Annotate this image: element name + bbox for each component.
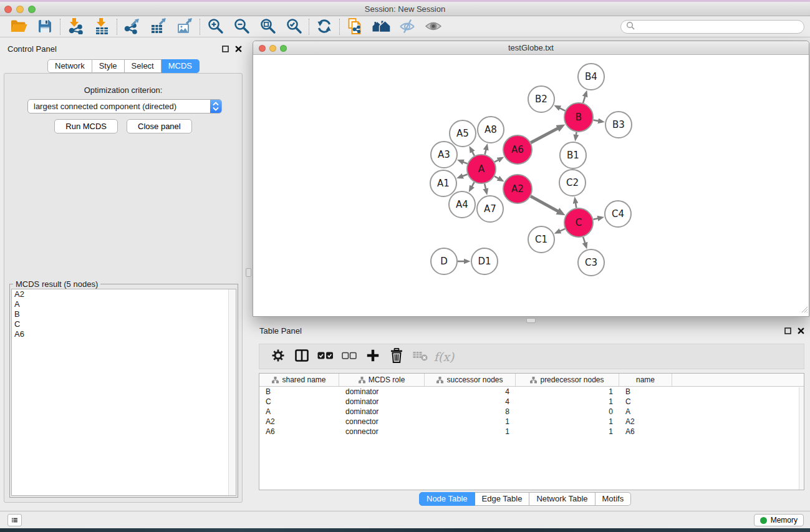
result-list-scrollbar[interactable] bbox=[228, 289, 236, 495]
zoom-out-button[interactable] bbox=[228, 17, 254, 36]
tab-style[interactable]: Style bbox=[92, 59, 125, 73]
graph-node-A4[interactable]: A4 bbox=[449, 191, 475, 218]
memory-label: Memory bbox=[771, 516, 798, 525]
graph-node-A8[interactable]: A8 bbox=[478, 117, 504, 143]
tab-node-table[interactable]: Node Table bbox=[419, 492, 475, 506]
graph-node-B2[interactable]: B2 bbox=[528, 86, 554, 112]
search-input[interactable] bbox=[638, 22, 799, 32]
export-network-button[interactable] bbox=[119, 17, 145, 36]
graph-node-D1[interactable]: D1 bbox=[471, 248, 498, 274]
svg-text:A4: A4 bbox=[456, 199, 468, 210]
result-list-item[interactable]: A6 bbox=[12, 329, 236, 339]
delete-table-button[interactable] bbox=[408, 347, 432, 367]
column-header-predecessor-nodes[interactable]: predecessor nodes bbox=[516, 374, 619, 386]
refresh-button[interactable] bbox=[311, 17, 337, 36]
run-mcds-button[interactable]: Run MCDS bbox=[54, 119, 118, 133]
graph-node-C[interactable]: C bbox=[564, 208, 593, 237]
graph-node-B4[interactable]: B4 bbox=[578, 64, 604, 90]
hide-eye-button[interactable] bbox=[394, 17, 420, 36]
deselect-all-button[interactable] bbox=[337, 347, 361, 367]
export-table-button[interactable] bbox=[145, 17, 171, 36]
main-titlebar[interactable]: Session: New Session bbox=[0, 2, 810, 16]
tab-motifs[interactable]: Motifs bbox=[595, 492, 632, 506]
zoom-selected-button[interactable] bbox=[281, 17, 307, 36]
network-canvas[interactable]: B4B2BB3A8A5A6A3B1AC2A1A2A4A7C4CC1C3DD1 bbox=[253, 56, 809, 316]
edge-B-B1 bbox=[576, 132, 577, 136]
svg-text:B4: B4 bbox=[585, 71, 597, 82]
select-all-button[interactable] bbox=[314, 347, 337, 367]
column-header-MCDS-role[interactable]: MCDS role bbox=[339, 374, 425, 386]
edge-A-A8 bbox=[485, 149, 486, 155]
toolbar-separator bbox=[60, 19, 60, 35]
column-header-name[interactable]: name bbox=[619, 374, 672, 386]
svg-text:C4: C4 bbox=[612, 208, 624, 220]
save-session-icon bbox=[37, 19, 52, 36]
function-builder-button[interactable]: f(x) bbox=[432, 347, 456, 367]
graph-node-D[interactable]: D bbox=[431, 248, 457, 274]
graph-node-C1[interactable]: C1 bbox=[528, 226, 554, 253]
close-panel-action-button[interactable]: Close panel bbox=[127, 119, 192, 133]
node-table[interactable]: shared nameMCDS rolesuccessor nodesprede… bbox=[259, 373, 804, 490]
horizontal-splitter-handle[interactable] bbox=[526, 318, 536, 323]
tab-mcds[interactable]: MCDS bbox=[162, 59, 200, 73]
show-eye-button[interactable] bbox=[420, 17, 446, 36]
tab-edge-table[interactable]: Edge Table bbox=[475, 492, 530, 506]
zoom-in-button[interactable] bbox=[202, 17, 228, 36]
result-list-item[interactable]: A bbox=[12, 299, 236, 309]
graph-node-C4[interactable]: C4 bbox=[605, 201, 631, 227]
result-list-item[interactable]: C bbox=[12, 319, 236, 329]
graph-node-B[interactable]: B bbox=[564, 103, 593, 132]
close-panel-button[interactable] bbox=[234, 45, 242, 52]
result-list-item[interactable]: B bbox=[12, 309, 236, 319]
mcds-result-list[interactable]: A2ABCA6 bbox=[11, 289, 236, 496]
import-network-button[interactable] bbox=[62, 17, 89, 36]
resize-grip[interactable] bbox=[800, 304, 808, 316]
graph-node-A5[interactable]: A5 bbox=[450, 120, 476, 147]
result-list-item[interactable]: A2 bbox=[12, 289, 236, 299]
network-window-titlebar[interactable]: testGlobe.txt bbox=[253, 41, 809, 55]
export-image-button[interactable] bbox=[171, 17, 198, 36]
graph-node-A6[interactable]: A6 bbox=[503, 135, 532, 164]
zoom-fit-button[interactable] bbox=[254, 17, 281, 36]
graph-node-C3[interactable]: C3 bbox=[578, 249, 604, 276]
column-header-shared-name[interactable]: shared name bbox=[259, 374, 339, 386]
graph-node-A7[interactable]: A7 bbox=[477, 196, 503, 222]
graph-node-A1[interactable]: A1 bbox=[430, 170, 456, 196]
graph-node-B3[interactable]: B3 bbox=[605, 112, 632, 138]
columns-button[interactable] bbox=[290, 347, 314, 367]
homes-button[interactable] bbox=[368, 17, 394, 36]
network-view-window[interactable]: testGlobe.txt B4B2BB3A8A5A6A3B1AC2A1A2A4… bbox=[253, 41, 809, 317]
open-session-button[interactable] bbox=[6, 17, 32, 36]
search-box[interactable] bbox=[620, 20, 804, 34]
add-column-button[interactable] bbox=[361, 347, 385, 367]
optimization-select[interactable]: largest connected component (directed) bbox=[27, 99, 222, 114]
graph-node-A3[interactable]: A3 bbox=[431, 142, 457, 168]
table-row[interactable]: A6connector11A6 bbox=[259, 427, 804, 437]
svg-text:A5: A5 bbox=[456, 128, 469, 139]
graph-node-B1[interactable]: B1 bbox=[560, 142, 586, 168]
settings-button[interactable] bbox=[266, 347, 290, 367]
table-float-panel-button[interactable] bbox=[784, 327, 791, 334]
task-history-button[interactable] bbox=[7, 514, 22, 526]
table-row[interactable]: Cdominator41C bbox=[259, 397, 804, 407]
tab-select[interactable]: Select bbox=[125, 59, 162, 73]
column-header-label: name bbox=[636, 375, 655, 384]
float-panel-button[interactable] bbox=[221, 45, 229, 52]
tab-network[interactable]: Network bbox=[47, 59, 92, 73]
save-session-button[interactable] bbox=[32, 17, 58, 36]
table-row[interactable]: A2connector11A2 bbox=[259, 417, 804, 427]
vertical-splitter-handle[interactable] bbox=[246, 268, 251, 277]
graph-node-A2[interactable]: A2 bbox=[503, 175, 532, 203]
table-close-panel-button[interactable] bbox=[797, 327, 804, 334]
column-header-successor-nodes[interactable]: successor nodes bbox=[425, 374, 516, 386]
table-row[interactable]: Bdominator41B bbox=[259, 387, 804, 397]
memory-button[interactable]: Memory bbox=[754, 514, 804, 526]
graph-node-C2[interactable]: C2 bbox=[559, 170, 586, 196]
table-row[interactable]: Adominator80A bbox=[259, 407, 804, 417]
import-table-button[interactable] bbox=[89, 17, 115, 36]
table-scrollbar[interactable] bbox=[799, 387, 804, 490]
graph-node-A[interactable]: A bbox=[467, 155, 496, 183]
clone-network-button[interactable] bbox=[342, 17, 368, 36]
delete-column-button[interactable] bbox=[385, 347, 408, 367]
tab-network-table[interactable]: Network Table bbox=[529, 492, 595, 506]
